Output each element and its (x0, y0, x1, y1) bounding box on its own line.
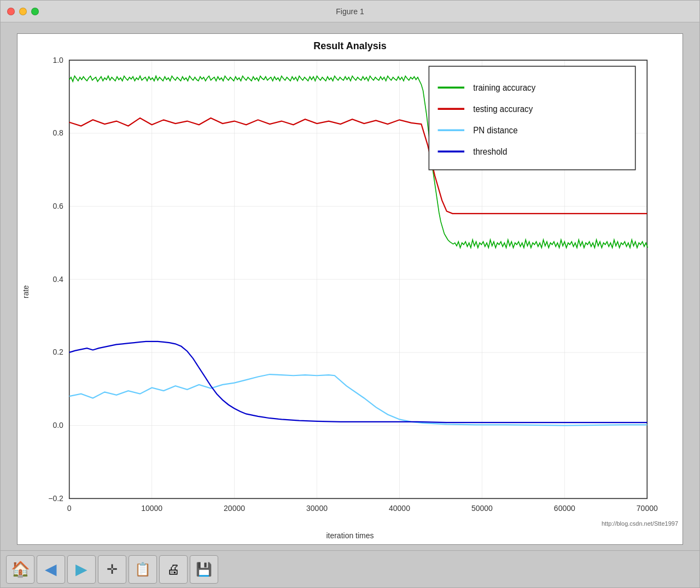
chart-title: Result Analysis (18, 34, 682, 54)
configure-icon: 📋 (135, 562, 151, 577)
toolbar: 🏠 ◀ ▶ ✛ 📋 🖨 💾 (1, 550, 699, 587)
back-icon: ◀ (45, 560, 57, 578)
x-axis-label: iteration times (18, 529, 682, 544)
window-title: Figure 1 (336, 7, 364, 16)
chart-area: Result Analysis rate (1, 22, 699, 550)
configure-button[interactable]: 📋 (129, 555, 157, 584)
main-window: Figure 1 Result Analysis rate (0, 0, 700, 588)
watermark: http://blog.csdn.net/Stte1997 (602, 520, 678, 527)
svg-text:30000: 30000 (306, 503, 328, 512)
svg-text:training accuracy: training accuracy (473, 83, 535, 92)
forward-button[interactable]: ▶ (67, 555, 96, 584)
title-bar: Figure 1 (1, 1, 699, 22)
home-icon: 🏠 (11, 560, 30, 578)
back-button[interactable]: ◀ (37, 555, 65, 584)
forward-icon: ▶ (75, 560, 88, 578)
print-icon: 🖨 (167, 562, 180, 577)
svg-rect-32 (429, 66, 635, 169)
window-controls (7, 8, 39, 15)
svg-text:PN distance: PN distance (473, 126, 517, 135)
svg-text:0.2: 0.2 (52, 348, 63, 356)
pan-icon: ✛ (107, 562, 118, 577)
svg-text:70000: 70000 (637, 503, 658, 512)
svg-text:20000: 20000 (224, 503, 245, 512)
save-icon: 💾 (196, 562, 212, 577)
svg-text:0.0: 0.0 (52, 421, 63, 430)
minimize-button[interactable] (19, 8, 27, 15)
chart-svg: 1.0 0.8 0.6 0.4 0.2 0.0 −0.2 0 10000 200… (34, 54, 682, 529)
svg-text:0.4: 0.4 (52, 274, 63, 283)
print-button[interactable]: 🖨 (159, 555, 188, 584)
svg-text:threshold: threshold (473, 147, 507, 156)
svg-text:40000: 40000 (389, 503, 410, 512)
svg-text:0: 0 (67, 503, 72, 512)
save-button[interactable]: 💾 (190, 555, 218, 584)
maximize-button[interactable] (31, 8, 39, 15)
y-axis-label: rate (18, 54, 34, 529)
svg-text:0.8: 0.8 (52, 128, 63, 137)
close-button[interactable] (7, 8, 15, 15)
pan-button[interactable]: ✛ (98, 555, 126, 584)
svg-text:−0.2: −0.2 (48, 494, 63, 503)
svg-text:testing accuracy: testing accuracy (473, 104, 533, 114)
svg-text:0.6: 0.6 (52, 202, 63, 210)
plot-svg-area[interactable]: 1.0 0.8 0.6 0.4 0.2 0.0 −0.2 0 10000 200… (34, 54, 682, 529)
plot-inner: rate (18, 54, 682, 529)
plot-container: Result Analysis rate (17, 33, 683, 545)
svg-text:10000: 10000 (141, 503, 162, 512)
svg-text:60000: 60000 (554, 503, 575, 512)
svg-text:50000: 50000 (471, 503, 493, 512)
home-button[interactable]: 🏠 (6, 555, 34, 584)
svg-text:1.0: 1.0 (52, 55, 63, 64)
